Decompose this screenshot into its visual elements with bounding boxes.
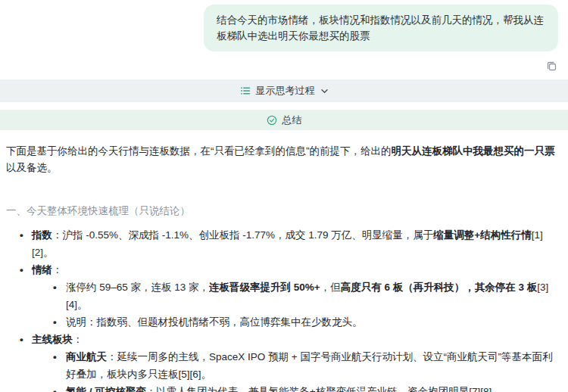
summary-label: 总结 bbox=[282, 114, 302, 127]
list-item: 主线板块： bbox=[6, 331, 560, 348]
text-run: 下面是基于你给出的今天行情与连板数据，在“只看已经拿到的信息”的前提下，给出的 bbox=[6, 145, 392, 157]
text-run: ，但 bbox=[320, 282, 341, 293]
bold-text-run: 指数 bbox=[32, 229, 52, 241]
bold-text-run: 缩量调整+结构性行情 bbox=[433, 229, 531, 241]
list-icon bbox=[240, 86, 251, 96]
message-actions bbox=[0, 51, 568, 72]
bullet-list: 指数：沪指 -0.55%、深成指 -1.1%、创业板指 -1.77%，成交 1.… bbox=[6, 226, 560, 392]
text-run: ：延续一周多的主线，SpaceX IPO 预期 + 国字号商业航天行动计划、设立… bbox=[66, 351, 552, 380]
text-run: ： bbox=[52, 264, 63, 275]
bold-text-run: 商业航天 bbox=[66, 351, 107, 362]
bold-text-run: 主线板块 bbox=[32, 334, 73, 345]
section-heading: 一、今天整体环境快速梳理（只说结论） bbox=[6, 202, 560, 219]
show-thinking-label: 显示思考过程 bbox=[256, 84, 315, 98]
list-item: 氢能 / 可控核聚变：以雪人集团为代表，兼具氢能装备+核聚变低温产业链，资金抱团… bbox=[6, 383, 560, 392]
text-run: ： bbox=[73, 334, 83, 345]
chevron-down-icon[interactable] bbox=[320, 87, 329, 95]
bold-text-run: 高度只有 6 板（再升科技），其余停在 3 板 bbox=[341, 282, 538, 293]
list-item: 商业航天：延续一周多的主线，SpaceX IPO 预期 + 国字号商业航天行动计… bbox=[6, 348, 560, 383]
bold-text-run: 连板晋级率提升到 50%+ bbox=[209, 282, 320, 293]
text-run: 涨停约 59–65 家，连板 13 家， bbox=[66, 282, 209, 293]
bold-text-run: 明天从连板梯队中我最想买的一只票 bbox=[392, 145, 555, 157]
list-item: 指数：沪指 -0.55%、深成指 -1.1%、创业板指 -1.77%，成交 1.… bbox=[6, 226, 560, 261]
user-message-row: 结合今天的市场情绪，板块情况和指数情况以及前几天的情况，帮我从连板梯队中选出明天… bbox=[0, 0, 568, 51]
summary-section-header: 总结 bbox=[0, 110, 568, 130]
intro-paragraph: 下面是基于你给出的今天行情与连板数据，在“只看已经拿到的信息”的前提下，给出的明… bbox=[6, 143, 560, 176]
user-message-bubble: 结合今天的市场情绪，板块情况和指数情况以及前几天的情况，帮我从连板梯队中选出明天… bbox=[204, 5, 558, 51]
list-item: 说明：指数弱、但题材投机情绪不弱，高位博弈集中在少数龙头。 bbox=[6, 313, 560, 331]
assistant-answer: 下面是基于你给出的今天行情与连板数据，在“只看已经拿到的信息”的前提下，给出的明… bbox=[0, 130, 568, 392]
text-run: 以及备选。 bbox=[6, 162, 58, 173]
list-item: 涨停约 59–65 家，连板 13 家，连板晋级率提升到 50%+，但高度只有 … bbox=[6, 278, 560, 313]
text-run: ：沪指 -0.55%、深成指 -1.1%、创业板指 -1.77%，成交 1.79… bbox=[52, 229, 433, 241]
bold-text-run: 情绪 bbox=[32, 264, 52, 275]
text-run: 说明：指数弱、但题材投机情绪不弱，高位博弈集中在少数龙头。 bbox=[66, 316, 363, 328]
list-item: 情绪： bbox=[6, 261, 560, 278]
copy-icon[interactable] bbox=[545, 61, 557, 73]
check-circle-icon bbox=[267, 115, 277, 126]
show-thinking-toggle[interactable]: 显示思考过程 bbox=[0, 79, 568, 102]
bold-text-run: 氢能 / 可控核聚变 bbox=[66, 386, 146, 392]
text-run: ：以雪人集团为代表，兼具氢能装备+核聚变低温产业链，资金抱团明显[7][8]。 bbox=[146, 386, 502, 392]
